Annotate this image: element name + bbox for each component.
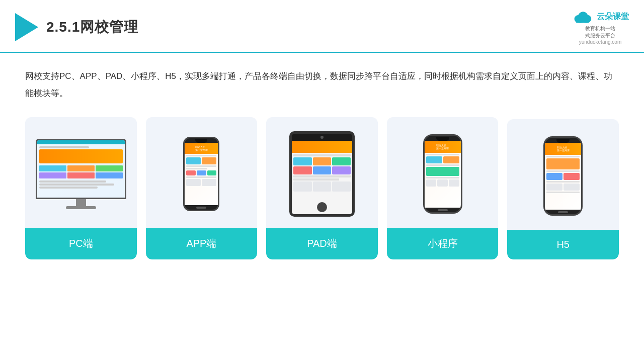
phone-body-h5: 职达人的第一堂网课 bbox=[543, 136, 583, 216]
brand-slogan: 教育机构一站 式服务云平台 bbox=[585, 25, 615, 39]
phone-body-mini: 职达人的第一堂网课 bbox=[423, 134, 462, 214]
device-card-pc: PC端 bbox=[25, 117, 137, 259]
pad-label: PAD端 bbox=[266, 228, 378, 259]
tablet-body bbox=[289, 131, 355, 217]
pc-image-area bbox=[25, 117, 137, 228]
page-title: 2.5.1网校管理 bbox=[46, 18, 138, 37]
pc-label: PC端 bbox=[25, 228, 137, 259]
pc-mockup bbox=[36, 139, 126, 209]
app-label: APP端 bbox=[146, 228, 258, 259]
brand-name-text: 云朵课堂 bbox=[597, 12, 629, 22]
page-header: 2.5.1网校管理 云朵课堂 教育机构一站 式服务云平台 yunduoketan… bbox=[0, 0, 644, 53]
device-card-pad: PAD端 bbox=[266, 117, 378, 259]
app-image-area: 职达人的第一堂网课 bbox=[146, 117, 258, 228]
main-content: 网校支持PC、APP、PAD、小程序、H5，实现多端打通，产品各终端自由切换，数… bbox=[0, 53, 644, 269]
svg-rect-8 bbox=[575, 19, 590, 23]
phone-mockup-h5: 职达人的第一堂网课 bbox=[543, 136, 583, 216]
device-card-miniprogram: 职达人的第一堂网课 bbox=[387, 117, 499, 259]
header-left: 2.5.1网校管理 bbox=[15, 13, 138, 41]
description-text: 网校支持PC、APP、PAD、小程序、H5，实现多端打通，产品各终端自由切换，数… bbox=[25, 68, 619, 102]
h5-image-area: 职达人的第一堂网课 bbox=[507, 119, 619, 230]
phone-mockup-app: 职达人的第一堂网课 bbox=[183, 137, 219, 211]
logo-triangle-icon bbox=[15, 13, 38, 41]
brand-logo: 云朵课堂 bbox=[572, 9, 629, 24]
phone-body-app: 职达人的第一堂网课 bbox=[183, 137, 219, 211]
pad-image-area bbox=[266, 117, 378, 228]
h5-label: H5 bbox=[507, 230, 619, 259]
miniprogram-image-area: 职达人的第一堂网课 bbox=[387, 117, 499, 228]
header-right: 云朵课堂 教育机构一站 式服务云平台 yunduoketang.com bbox=[572, 9, 629, 45]
pc-monitor bbox=[36, 139, 126, 199]
brand-url: yunduoketang.com bbox=[579, 39, 622, 45]
devices-row: PC端 职达人的第一堂网课 bbox=[25, 117, 619, 259]
device-card-h5: 职达人的第一堂网课 bbox=[507, 119, 619, 259]
tablet-mockup bbox=[289, 131, 355, 217]
device-card-app: 职达人的第一堂网课 bbox=[146, 117, 258, 259]
phone-mockup-mini: 职达人的第一堂网课 bbox=[423, 134, 462, 214]
miniprogram-label: 小程序 bbox=[387, 228, 499, 259]
cloud-icon bbox=[572, 9, 594, 24]
pc-screen bbox=[37, 140, 125, 198]
